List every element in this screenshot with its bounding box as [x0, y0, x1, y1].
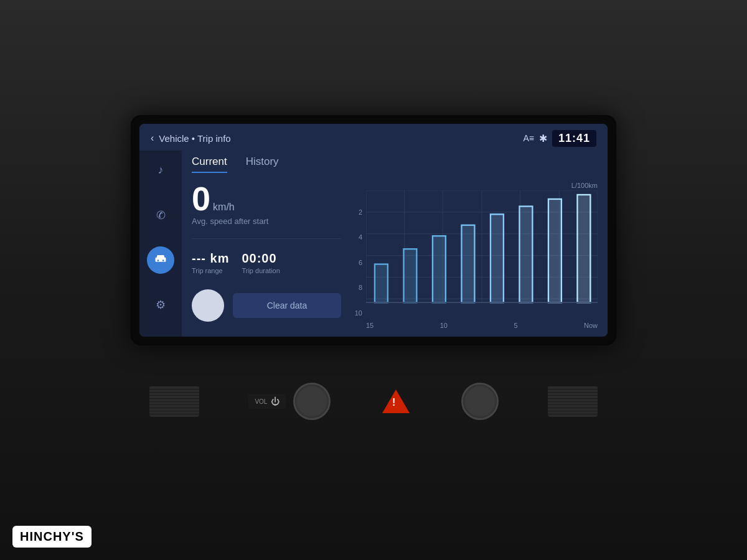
- sidebar-item-phone[interactable]: ✆: [147, 202, 174, 229]
- svg-rect-17: [375, 264, 388, 302]
- bluetooth-icon: ✱: [539, 133, 547, 144]
- speed-number: 0: [192, 182, 210, 215]
- vol-label: VOL: [255, 398, 267, 405]
- content-panel: Current History 0 km/h: [182, 151, 608, 337]
- y-label-2: 2: [354, 208, 362, 216]
- x-axis-labels: 15 10 5 Now: [366, 320, 598, 329]
- sidebar-item-car[interactable]: [147, 246, 174, 274]
- stats-panel: 0 km/h Avg. speed after start --- km: [192, 182, 341, 329]
- header-left: ‹ Vehicle • Trip info: [151, 133, 231, 144]
- svg-rect-19: [403, 249, 416, 302]
- stats-chart-row: 0 km/h Avg. speed after start --- km: [192, 182, 598, 329]
- vol-control[interactable]: VOL ⏻: [248, 394, 286, 409]
- infotainment-screen: ‹ Vehicle • Trip info A≡ ✱ 11:41 ♪: [139, 124, 608, 337]
- clear-data-button[interactable]: Clear data: [233, 293, 341, 318]
- avatar: [192, 289, 224, 322]
- fuel-chart-svg: [366, 190, 598, 320]
- svg-rect-21: [433, 236, 446, 302]
- y-label-4: 4: [354, 233, 362, 241]
- chart-area: 10 8 6 4 2: [354, 190, 598, 329]
- bottom-action: Clear data: [192, 289, 341, 322]
- music-icon: ♪: [158, 164, 164, 177]
- screen-bezel: ‹ Vehicle • Trip info A≡ ✱ 11:41 ♪: [131, 115, 616, 345]
- header-bar: ‹ Vehicle • Trip info A≡ ✱ 11:41: [139, 124, 608, 151]
- header-right: A≡ ✱ 11:41: [523, 130, 596, 147]
- trip-duration-stat: 00:00 Trip duration: [242, 251, 280, 274]
- breadcrumb: Vehicle • Trip info: [159, 133, 230, 144]
- chart-unit-label: L/100km: [354, 182, 598, 189]
- svg-point-2: [162, 260, 164, 262]
- svg-point-1: [157, 260, 159, 262]
- sidebar-item-settings[interactable]: ⚙: [147, 291, 174, 319]
- az-icon: A≡: [523, 133, 534, 143]
- back-button[interactable]: ‹: [151, 133, 154, 144]
- x-label-15: 15: [366, 322, 374, 329]
- sidebar: ♪ ✆: [139, 151, 182, 337]
- svg-rect-31: [577, 195, 590, 302]
- y-label-6: 6: [354, 259, 362, 266]
- dealer-logo: HINCHY'S: [12, 526, 92, 548]
- speed-section: 0 km/h Avg. speed after start: [192, 182, 341, 226]
- trip-range-stat: --- km Trip range: [192, 251, 229, 274]
- volume-knob[interactable]: [293, 383, 331, 420]
- settings-icon: ⚙: [156, 298, 166, 312]
- svg-rect-29: [548, 199, 561, 302]
- trip-duration-value: 00:00: [242, 251, 280, 266]
- svg-rect-0: [156, 258, 166, 261]
- tab-current[interactable]: Current: [192, 156, 227, 173]
- speed-label: Avg. speed after start: [192, 217, 341, 226]
- time-display: 11:41: [552, 130, 596, 147]
- y-axis-labels: 10 8 6 4 2: [354, 190, 366, 329]
- svg-rect-25: [491, 214, 504, 302]
- car-dashboard: ‹ Vehicle • Trip info A≡ ✱ 11:41 ♪: [0, 0, 747, 560]
- x-label-10: 10: [440, 322, 448, 329]
- right-control[interactable]: [461, 383, 499, 420]
- power-icon: ⏻: [271, 396, 280, 406]
- speed-value: 0 km/h: [192, 182, 341, 215]
- dealer-logo-text: HINCHY'S: [20, 530, 84, 544]
- tabs-bar: Current History: [192, 151, 598, 173]
- trip-stats: --- km Trip range 00:00 Trip duration: [192, 251, 341, 274]
- x-label-5: 5: [514, 322, 517, 329]
- divider: [192, 238, 341, 239]
- chart-panel: L/100km 10 8 6 4 2: [354, 182, 598, 329]
- speed-unit: km/h: [213, 202, 235, 213]
- trip-range-value: --- km: [192, 251, 229, 266]
- speaker-left: [149, 386, 199, 417]
- x-label-now: Now: [584, 322, 598, 329]
- main-content: ♪ ✆: [139, 151, 608, 337]
- trip-duration-label: Trip duration: [242, 267, 280, 274]
- dashboard-bottom: VOL ⏻: [131, 383, 616, 420]
- sidebar-item-music[interactable]: ♪: [147, 157, 174, 184]
- svg-rect-23: [461, 225, 474, 302]
- speaker-right: [548, 386, 598, 417]
- hazard-button[interactable]: [380, 386, 411, 417]
- svg-rect-27: [519, 206, 532, 302]
- car-icon: [154, 251, 167, 268]
- vol-area: VOL ⏻: [248, 383, 331, 420]
- hazard-triangle-icon: [382, 390, 410, 413]
- y-label-8: 8: [354, 284, 362, 291]
- trip-range-label: Trip range: [192, 267, 229, 274]
- phone-icon: ✆: [156, 208, 166, 222]
- tab-history[interactable]: History: [246, 156, 279, 173]
- y-label-10: 10: [354, 309, 362, 317]
